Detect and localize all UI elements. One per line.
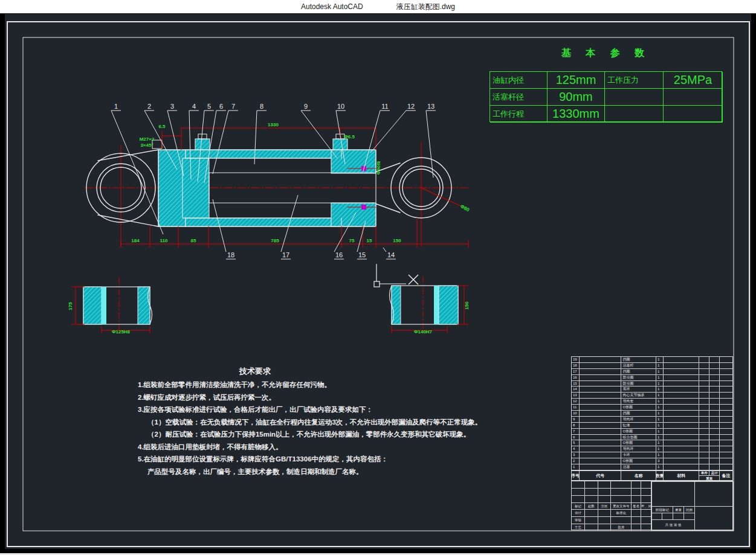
drawing-name-box [694,506,734,531]
callout-number: 2 [147,103,151,110]
gland-bottom-section [331,203,376,226]
callout-number: 9 [304,103,308,110]
bom-row: 18活塞杆1 [572,363,732,369]
bom-row: 14耳环1 [572,387,732,393]
bom-row: 13向心关节轴承1 [572,393,732,399]
bom-row: 8缸体1 [572,423,732,429]
callout-number: 1 [114,103,118,110]
bom-row: 4导向环1 [572,446,732,452]
barrel-bottom-wall [186,218,341,226]
tech-line: 5.在油缸的明显部位设置标示牌，标牌应符合GB/T13306中的规定，其内容包括… [138,453,455,466]
revision-header-row: 标记 处数 分区 更改文件号 签名 年、月、日 [572,503,651,510]
param-label: 工作行程 [490,106,548,123]
callout-number: 3 [170,103,174,110]
bom-header-unit: 单件 [699,471,709,475]
callout-number: 7 [231,103,235,110]
bom-row: 5O形圈1 [572,440,732,446]
role-design: 设计 [572,510,585,516]
dim-label: 184 [131,238,140,243]
cursor-pickbox[interactable] [374,264,406,287]
tech-line: 产品型号及名称，出厂编号，主要技术参数，制造日期和制造厂名称。 [138,466,455,478]
param-label: 油缸内径 [490,72,548,89]
left-detail-seal-band [102,287,106,324]
left-detail-view [71,278,152,333]
dim-label: 3×45° [140,143,153,148]
tech-line: （1）空载试验：在无负载情况下，油缸在全行程内往复运动3次，不允许出现外部漏油及… [138,416,455,429]
bom-header-weight: 重量 [699,476,719,481]
dim-label: Φ6.5 [344,134,355,140]
dim-label: 110 [160,238,168,243]
title-block-revision-area: 标记 处数 分区 更改文件号 签名 年、月、日 设计 标准化 审核 工艺 批准 [572,481,651,531]
bom-row: 1活塞1 [572,464,732,470]
bom-header-weight-group: 单件 总计 重量 [699,471,720,480]
dim-label: Φ90f8 [376,161,381,175]
bom-row: 15防尘圈1 [572,381,732,387]
param-value: 25MPa [664,72,723,89]
bom-header-material: 材料 [664,471,700,480]
callout-number: 16 [335,251,343,258]
title-block-right-area: 阶段标记 重量 比例 共 张 第 张 [651,481,734,531]
callout-leader [213,111,228,174]
tech-line: 2.螺钉应成对逐步拧紧，试压后再拧紧一次。 [138,391,455,404]
tech-line: （2）耐压试验：在试验压力下保持15min以上，不允许出现外部漏油，零部件永久变… [138,428,455,441]
dim-label: 85 [191,238,196,243]
tech-line: 1.组装前全部零件用清洁柴油清洗干净，不允许留存任何污物。 [138,379,455,391]
bom-header-remark: 备注 [720,471,732,480]
bom-parts-list: 19挡圈118活塞杆117挡圈116防尘圈115防尘圈114耳环113向心关节轴… [571,356,733,470]
param-label: 活塞杆径 [490,89,548,106]
dim-label: 150 [393,238,401,243]
role-process: 工艺 [572,524,585,531]
dim-label: 75 [349,238,355,243]
callout-leader [383,248,386,252]
bom-row: 10挡圈1 [572,411,732,417]
sheet-count: 共 张 第 张 [651,519,695,531]
param-value: 125mm [548,72,605,89]
dim-label: 15 [367,238,372,243]
bom-row: 12导向套1 [572,399,732,405]
dim-label: Φ125H8 [112,329,131,335]
drawing-number-box [694,481,734,507]
param-value [664,106,723,123]
param-label: 工作压力 [605,72,664,89]
callout-number: 17 [282,251,289,258]
param-value: 1330mm [548,106,605,123]
gland-top-section [331,150,376,173]
bom-header-no: 序号 [572,471,580,480]
title-block: 标记 处数 分区 更改文件号 签名 年、月、日 设计 标准化 审核 工艺 批准 … [571,481,733,530]
dim-label: 6.5 [158,124,166,129]
callout-number: 11 [381,103,388,110]
bom-row: 11O形圈1 [572,405,732,411]
role-check: 审核 [572,517,585,524]
role-approve: 批准 [611,524,632,531]
callout-leader [111,111,163,234]
tech-line: 3.应按各项试验标准进行试验，合格后才能出厂，出厂试验内容及要求如下： [138,403,455,416]
bom-header-qty: 数量 [656,471,664,480]
right-detail-view [374,264,468,335]
left-oil-port [195,139,210,150]
callout-number: 5 [207,103,211,110]
param-label [605,89,664,106]
x-point-marker [409,275,418,284]
param-label [605,106,664,123]
callout-number: 6 [219,103,223,110]
callout-number: 18 [227,251,234,258]
bom-header-row: 序号 代号 名称 数量 材料 单件 总计 重量 备注 [571,470,733,481]
right-oil-port [333,139,347,150]
basic-parameters-table: 油缸内径 125mm 工作压力 25MPa 活塞杆径 90mm 工作行程 133… [489,71,722,122]
bom-header-total: 总计 [709,471,719,475]
basic-parameters-title: 基 本 参 数 [489,47,722,60]
dim-label: 785 [271,238,279,243]
bom-row: 17挡圈1 [572,369,732,375]
bom-row: 6组合垫圈1 [572,435,732,441]
bom-row: 16防尘圈1 [572,375,732,381]
callout-number: 12 [407,103,415,110]
callout-number: 10 [337,103,344,110]
dim-label: 175 [68,302,73,310]
technical-requirements-lines: 1.组装前全部零件用清洁柴油清洗干净，不允许留存任何污物。2.螺钉应成对逐步拧紧… [138,379,455,478]
bom-row: 19挡圈1 [572,357,732,363]
dim-label: Φ80 [459,204,470,213]
right-detail-seal-band [434,286,439,324]
param-value: 90mm [548,89,605,106]
rod-end-head-section [158,150,186,226]
callout-number: 4 [192,103,196,110]
